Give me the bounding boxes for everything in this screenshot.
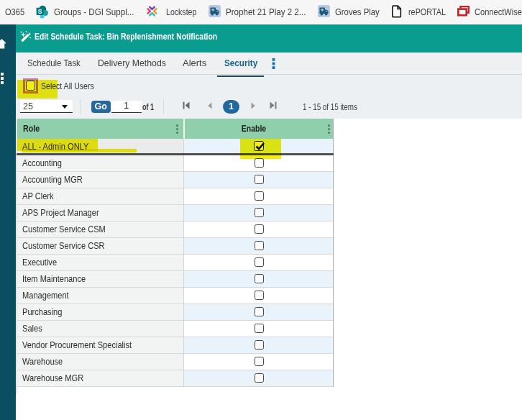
svg-text:S: S — [38, 8, 42, 15]
